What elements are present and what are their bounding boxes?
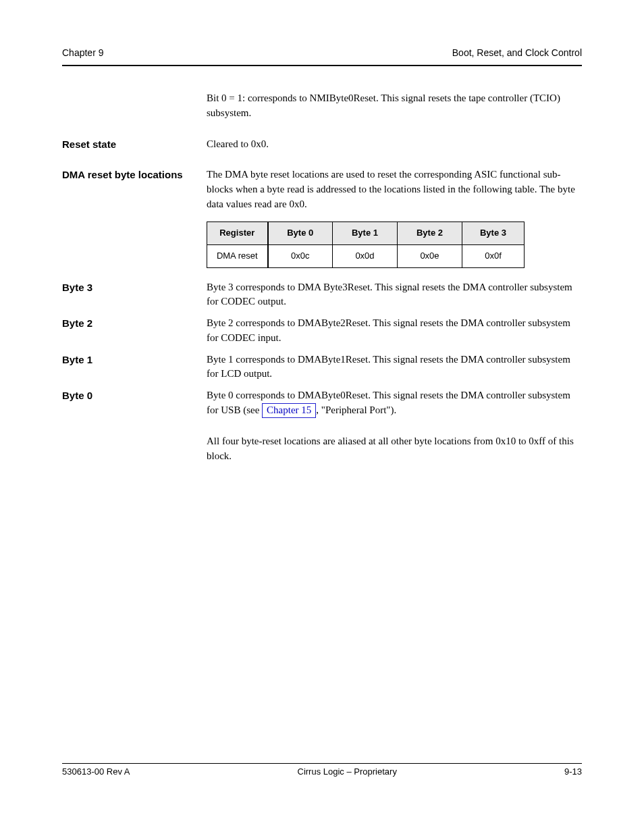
- table-cell: 0x0e: [398, 244, 462, 267]
- body-row: DMA reset byte locations The DMA byte re…: [62, 167, 582, 211]
- table-header: Byte 3: [462, 221, 525, 244]
- footer-mid: Cirrus Logic – Proprietary: [298, 766, 397, 777]
- body-row: Byte 3 Byte 3 corresponds to DMA Byte3Re…: [62, 280, 582, 310]
- row-text: Byte 1 corresponds to DMAByte1Reset. Thi…: [207, 353, 582, 382]
- row-label: [62, 91, 207, 121]
- table-cell: DMA reset: [207, 244, 268, 267]
- table-cell: 0x0c: [268, 244, 333, 267]
- footer-divider: [62, 763, 582, 764]
- header-right: Boot, Reset, and Clock Control: [452, 47, 582, 58]
- row-text: The DMA byte reset locations are used to…: [207, 167, 582, 211]
- chapter-link[interactable]: Chapter 15: [262, 403, 316, 418]
- row-text: Byte 0 corresponds to DMAByte0Reset. Thi…: [207, 388, 582, 418]
- body-row: Byte 0 Byte 0 corresponds to DMAByte0Res…: [62, 388, 582, 418]
- row-label: [62, 434, 207, 464]
- footer-left: 530613-00 Rev A: [62, 766, 130, 777]
- row-text-post: , "Peripheral Port").: [316, 405, 396, 415]
- row-text: All four byte-reset locations are aliase…: [207, 434, 582, 464]
- row-text: Bit 0 = 1: corresponds to NMIByte0Reset.…: [207, 91, 582, 121]
- header-left: Chapter 9: [62, 47, 103, 58]
- row-label: Byte 1: [62, 353, 207, 382]
- row-text: Byte 2 corresponds to DMAByte2Reset. Thi…: [207, 316, 582, 346]
- table-cell: 0x0f: [462, 244, 525, 267]
- row-text: Byte 3 corresponds to DMA Byte3Reset. Th…: [207, 280, 582, 310]
- dma-reset-table: Register Byte 0 Byte 1 Byte 2 Byte 3 DMA…: [207, 221, 525, 268]
- table-header: Byte 0: [268, 221, 333, 244]
- row-label: DMA reset byte locations: [62, 167, 207, 211]
- row-label: Reset state: [62, 137, 207, 152]
- body-row: Reset state Cleared to 0x0.: [62, 137, 582, 152]
- row-text: Cleared to 0x0.: [207, 137, 582, 152]
- row-label: Byte 2: [62, 316, 207, 346]
- footer-right: 9-13: [564, 766, 582, 777]
- body-row: All four byte-reset locations are aliase…: [62, 434, 582, 464]
- row-label-empty: [62, 216, 207, 273]
- body-row: Bit 0 = 1: corresponds to NMIByte0Reset.…: [62, 91, 582, 121]
- page-footer: 530613-00 Rev A Cirrus Logic – Proprieta…: [62, 763, 582, 777]
- body-row: Byte 2 Byte 2 corresponds to DMAByte2Res…: [62, 316, 582, 346]
- table-row-wrap: Register Byte 0 Byte 1 Byte 2 Byte 3 DMA…: [62, 216, 582, 273]
- table-cell: 0x0d: [333, 244, 398, 267]
- table-header: Byte 2: [398, 221, 462, 244]
- table-header: Register: [207, 221, 268, 244]
- body-row: Byte 1 Byte 1 corresponds to DMAByte1Res…: [62, 353, 582, 382]
- row-label: Byte 3: [62, 280, 207, 310]
- row-label: Byte 0: [62, 388, 207, 418]
- header-divider: [62, 65, 582, 66]
- page-content: Bit 0 = 1: corresponds to NMIByte0Reset.…: [62, 91, 582, 467]
- table-header: Byte 1: [333, 221, 398, 244]
